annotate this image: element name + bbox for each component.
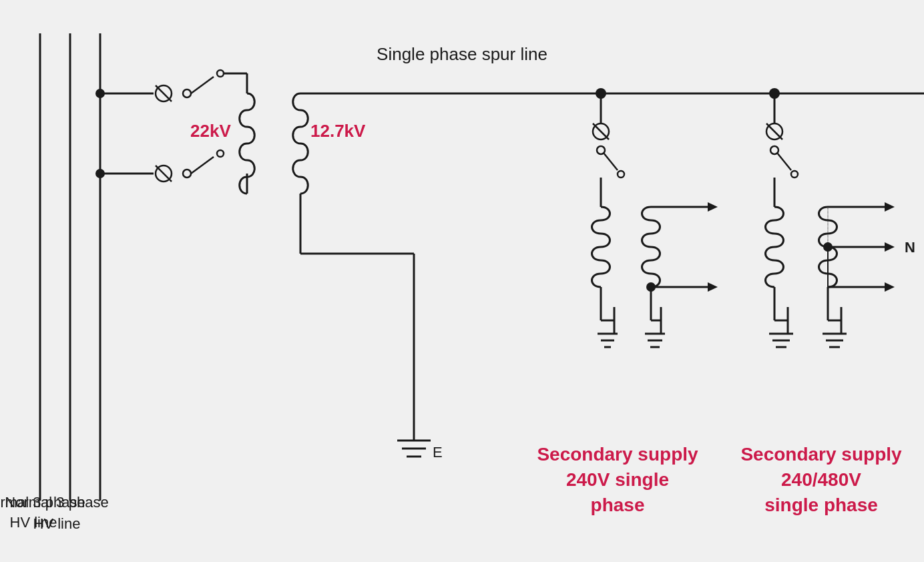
voltage-22kv-label: 22kV bbox=[190, 121, 231, 141]
earth-label: E bbox=[433, 444, 443, 461]
voltage-127kv-label: 12.7kV bbox=[310, 121, 366, 141]
secondary1-label-line1: Secondary supply bbox=[537, 444, 698, 465]
spur-line-label: Single phase spur line bbox=[377, 44, 547, 64]
hv-description-2: HV line bbox=[33, 515, 81, 532]
neutral-label: N bbox=[905, 239, 915, 256]
secondary2-label-line3: single phase bbox=[764, 495, 878, 515]
hv-description-1: Normal 3 phase bbox=[5, 494, 108, 511]
secondary1-label-line3: phase bbox=[591, 495, 645, 515]
secondary1-label-line2: 240V single bbox=[566, 469, 669, 490]
secondary2-label-line1: Secondary supply bbox=[740, 444, 902, 465]
diagram-container: Normal 3 phase HV line bbox=[0, 0, 924, 562]
secondary2-label-line2: 240/480V bbox=[781, 469, 861, 490]
